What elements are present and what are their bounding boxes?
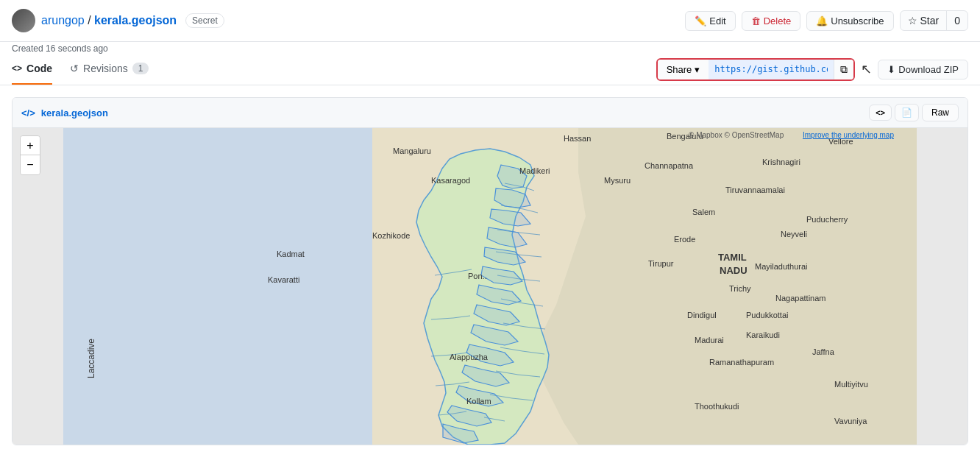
zoom-out-button[interactable]: − — [21, 155, 40, 174]
svg-text:Nagapattinam: Nagapattinam — [775, 294, 826, 303]
map-icon: </> — [21, 107, 35, 119]
svg-text:Dindigul: Dindigul — [687, 311, 717, 319]
file-view-button[interactable]: 📄 — [895, 104, 919, 121]
share-button[interactable]: Share ▾ — [658, 60, 709, 79]
svg-text:Karaikudi: Karaikudi — [746, 330, 780, 339]
svg-text:© Mapbox © OpenStreetMap: © Mapbox © OpenStreetMap — [689, 131, 784, 139]
star-group: ☆ Star 0 — [900, 10, 968, 31]
delete-button[interactable]: 🗑 Delete — [742, 11, 801, 31]
svg-text:Kadmat: Kadmat — [277, 250, 305, 258]
svg-text:Hassan: Hassan — [564, 134, 591, 143]
file-header: </> kerala.geojson <> 📄 Raw — [13, 98, 967, 128]
repo-link[interactable]: kerala.geojson — [94, 14, 177, 26]
tab-code[interactable]: <> Code — [12, 54, 52, 85]
code-view-icon: <> — [876, 108, 885, 117]
svg-text:Mysuru: Mysuru — [604, 176, 631, 185]
raw-button[interactable]: Raw — [922, 104, 959, 121]
page-header: arungop / kerala.geojson Secret ✏️ Edit … — [0, 0, 980, 42]
svg-text:Mangaluru: Mangaluru — [393, 146, 431, 155]
star-count[interactable]: 0 — [947, 11, 967, 30]
file-header-right: <> 📄 Raw — [869, 104, 959, 121]
star-button[interactable]: ☆ Star — [901, 11, 948, 30]
header-left: arungop / kerala.geojson Secret — [12, 9, 224, 32]
copy-icon: ⧉ — [840, 63, 848, 76]
svg-text:Tirupur: Tirupur — [648, 259, 674, 268]
svg-text:Kavaratti: Kavaratti — [268, 275, 299, 284]
zoom-in-button[interactable]: + — [21, 136, 40, 155]
user-link[interactable]: arungop — [41, 14, 85, 26]
svg-text:Salem: Salem — [692, 208, 715, 216]
revisions-count: 1 — [132, 63, 149, 74]
svg-text:Pon..: Pon.. — [468, 272, 487, 280]
svg-text:Madikeri: Madikeri — [519, 166, 550, 175]
download-zip-button[interactable]: ⬇ Download ZIP — [878, 60, 968, 79]
svg-text:Erode: Erode — [674, 235, 695, 244]
svg-text:Puducherry: Puducherry — [806, 215, 848, 224]
chevron-down-icon: ▾ — [695, 64, 700, 75]
svg-text:Alappuzha: Alappuzha — [450, 353, 489, 361]
svg-text:Improve the underlying map: Improve the underlying map — [803, 131, 894, 139]
share-group: Share ▾ ⧉ — [656, 58, 856, 81]
svg-text:Tiruvannaamalai: Tiruvannaamalai — [725, 185, 785, 194]
tab-revisions[interactable]: ↺ Revisions 1 — [70, 54, 149, 85]
revisions-icon: ↺ — [70, 63, 79, 74]
file-header-left: </> kerala.geojson — [21, 107, 108, 119]
svg-text:Madurai: Madurai — [695, 336, 724, 344]
svg-text:Multiyitvu: Multiyitvu — [834, 380, 868, 389]
cursor-indicator: ↖ — [861, 61, 872, 77]
svg-text:Jaffna: Jaffna — [812, 347, 835, 356]
code-view-button[interactable]: <> — [869, 105, 892, 121]
svg-text:Kozhikode: Kozhikode — [372, 231, 410, 240]
svg-text:TAMIL: TAMIL — [718, 252, 747, 263]
header-actions: ✏️ Edit 🗑 Delete 🔔 Unsubscribe ☆ Star 0 — [685, 10, 968, 31]
svg-text:Krishnagiri: Krishnagiri — [762, 158, 800, 166]
svg-text:Kasaragod: Kasaragod — [431, 176, 470, 185]
repo-path: arungop / kerala.geojson — [41, 14, 177, 27]
svg-text:Mayiladuthurai: Mayiladuthurai — [755, 262, 808, 271]
svg-text:Pudukkottai: Pudukkottai — [746, 311, 788, 319]
svg-text:NADU: NADU — [720, 265, 748, 276]
pencil-icon: ✏️ — [695, 15, 706, 26]
trash-icon: 🗑 — [751, 15, 761, 26]
copy-url-button[interactable]: ⧉ — [834, 60, 853, 79]
file-icon: 📄 — [901, 107, 912, 118]
svg-text:Neyveli: Neyveli — [781, 230, 807, 238]
svg-text:Thoothukudi: Thoothukudi — [695, 402, 739, 411]
svg-text:Laccadive: Laccadive — [86, 339, 96, 378]
svg-text:Kollam: Kollam — [466, 397, 491, 406]
avatar — [12, 9, 35, 32]
svg-text:Vavuniya: Vavuniya — [834, 417, 867, 425]
svg-text:Channapatna: Channapatna — [645, 161, 694, 170]
file-name: kerala.geojson — [41, 107, 108, 119]
share-url-input[interactable] — [709, 60, 834, 79]
tabs-bar: <> Code ↺ Revisions 1 Share ▾ ⧉ ↖ ⬇ Down… — [0, 54, 980, 85]
bell-icon: 🔔 — [816, 15, 828, 26]
created-text: Created 16 seconds ago — [0, 42, 980, 54]
svg-text:Trichy: Trichy — [729, 284, 751, 293]
unsubscribe-button[interactable]: 🔔 Unsubscribe — [806, 11, 893, 31]
download-icon: ⬇ — [887, 64, 895, 75]
file-container: </> kerala.geojson <> 📄 Raw + − — [12, 97, 968, 445]
svg-text:Ramanathapuram: Ramanathapuram — [709, 358, 774, 367]
secret-badge: Secret — [185, 13, 224, 28]
tabs-right-actions: Share ▾ ⧉ ↖ ⬇ Download ZIP — [656, 58, 968, 81]
map-container: + − — [13, 128, 967, 445]
map-svg: Hassan Bengaluru Vellore Mangaluru Chann… — [13, 128, 967, 445]
map-zoom-controls: + − — [20, 135, 40, 175]
edit-button[interactable]: ✏️ Edit — [685, 11, 735, 31]
code-icon: <> — [12, 63, 22, 74]
svg-rect-1 — [63, 128, 372, 445]
star-icon: ☆ — [908, 15, 917, 26]
